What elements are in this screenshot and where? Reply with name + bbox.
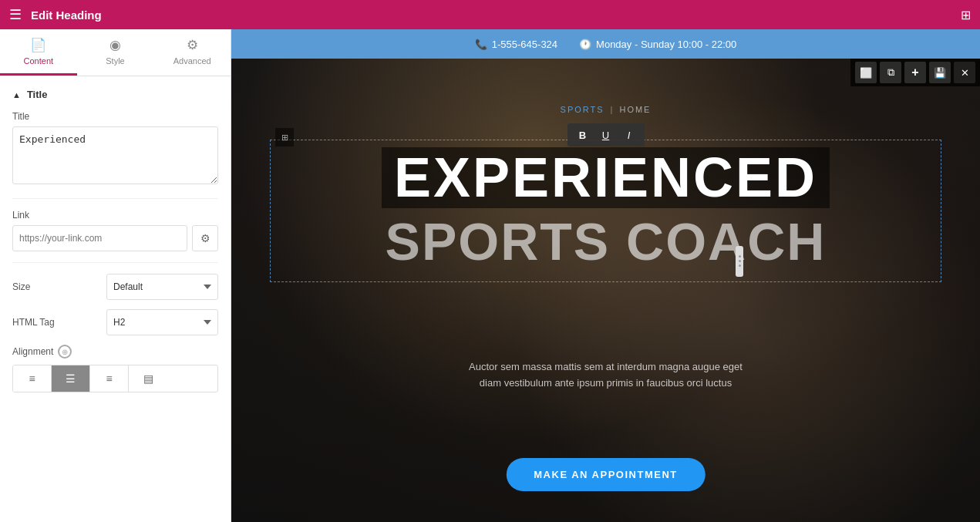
section-arrow-icon: ▲ bbox=[12, 90, 21, 99]
phone-number: 1-555-645-324 bbox=[492, 39, 557, 50]
html-tag-field-group: HTML Tag H1 H2 H3 H4 H5 H6 div span p bbox=[12, 309, 218, 335]
heading-selection-box bbox=[270, 140, 941, 282]
title-label: Title bbox=[12, 111, 218, 122]
link-field-group: Link ⚙ bbox=[12, 210, 218, 251]
breadcrumb-home: HOME bbox=[619, 105, 651, 114]
link-row: ⚙ bbox=[12, 225, 218, 251]
alignment-options: ≡ ☰ ≡ ▤ bbox=[12, 365, 218, 392]
italic-button[interactable]: I bbox=[618, 126, 640, 144]
html-tag-select[interactable]: H1 H2 H3 H4 H5 H6 div span p bbox=[106, 309, 218, 335]
panel-resize-handle[interactable] bbox=[736, 246, 743, 277]
underline-button[interactable]: U bbox=[595, 126, 617, 144]
element-save-button[interactable]: 💾 bbox=[929, 62, 951, 83]
section-header-title: ▲ Title bbox=[12, 89, 218, 100]
tab-content-label: Content bbox=[24, 56, 54, 66]
html-tag-row: HTML Tag H1 H2 H3 H4 H5 H6 div span p bbox=[12, 309, 218, 335]
section-header-label: Title bbox=[27, 89, 48, 100]
alignment-label: Alignment bbox=[12, 346, 53, 357]
align-center-icon: ☰ bbox=[66, 372, 76, 385]
advanced-icon: ⚙ bbox=[187, 37, 198, 53]
alignment-group: Alignment ⊕ ≡ ☰ ≡ ▤ bbox=[12, 345, 218, 392]
hours-info: 🕐 Monday - Sunday 10:00 - 22:00 bbox=[579, 39, 736, 50]
hamburger-icon[interactable]: ☰ bbox=[9, 6, 22, 23]
clock-icon: 🕐 bbox=[579, 39, 591, 50]
align-right-icon: ≡ bbox=[106, 372, 112, 385]
sub-text: Auctor sem massa mattis sem at interdum … bbox=[460, 359, 753, 392]
underline-icon: U bbox=[602, 130, 609, 141]
size-row: Size Default Small Medium Large XL bbox=[12, 274, 218, 300]
tab-advanced[interactable]: ⚙ Advanced bbox=[153, 29, 231, 76]
link-input[interactable] bbox=[12, 225, 187, 251]
bold-button[interactable]: B bbox=[572, 126, 594, 144]
breadcrumb: SPORTS | HOME bbox=[561, 105, 652, 114]
link-label: Link bbox=[12, 210, 218, 221]
element-add-button[interactable]: + bbox=[904, 62, 926, 83]
gear-icon: ⚙ bbox=[200, 232, 210, 244]
grid-icon[interactable]: ⊞ bbox=[961, 8, 971, 22]
element-toolbar: ⬜ ⧉ + 💾 ✕ bbox=[850, 59, 980, 86]
phone-icon: 📞 bbox=[475, 39, 487, 50]
align-left-icon: ≡ bbox=[29, 372, 35, 385]
cta-button[interactable]: MAKE AN APPOINTMENT bbox=[506, 458, 705, 491]
tab-style[interactable]: ◉ Style bbox=[77, 29, 154, 76]
top-bar-title: Edit Heading bbox=[31, 8, 102, 22]
canvas[interactable]: SPORTS | HOME B U I ⊞ bbox=[231, 59, 980, 522]
align-right-button[interactable]: ≡ bbox=[90, 365, 129, 392]
info-bar: 📞 1-555-645-324 🕐 Monday - Sunday 10:00 … bbox=[231, 29, 980, 59]
align-left-button[interactable]: ≡ bbox=[13, 365, 52, 392]
resize-dot-2 bbox=[739, 260, 741, 262]
phone-info: 📞 1-555-645-324 bbox=[475, 39, 557, 50]
resize-dot-1 bbox=[739, 255, 741, 258]
tab-content[interactable]: 📄 Content bbox=[0, 29, 77, 76]
title-field-group: Title Experienced bbox=[12, 111, 218, 187]
alignment-circle-icon: ⊕ bbox=[58, 345, 72, 359]
breadcrumb-sports: SPORTS bbox=[561, 105, 605, 114]
link-settings-button[interactable]: ⚙ bbox=[192, 225, 218, 251]
tab-style-label: Style bbox=[106, 56, 124, 66]
size-select[interactable]: Default Small Medium Large XL bbox=[106, 274, 218, 300]
tab-advanced-label: Advanced bbox=[173, 56, 211, 66]
title-textarea[interactable]: Experienced bbox=[12, 126, 218, 184]
alignment-label-row: Alignment ⊕ bbox=[12, 345, 218, 359]
element-handle-icon[interactable]: ⊞ bbox=[275, 128, 294, 146]
panel-content: ▲ Title Title Experienced Link ⚙ bbox=[0, 76, 231, 522]
bold-icon: B bbox=[579, 130, 586, 141]
align-justify-button[interactable]: ▤ bbox=[129, 365, 167, 392]
align-center-button[interactable]: ☰ bbox=[52, 365, 90, 392]
tabs-container: 📄 Content ◉ Style ⚙ Advanced bbox=[0, 29, 231, 76]
content-icon: 📄 bbox=[30, 37, 46, 53]
hours-text: Monday - Sunday 10:00 - 22:00 bbox=[596, 39, 736, 50]
resize-dot-3 bbox=[739, 264, 741, 267]
divider-1 bbox=[12, 198, 218, 199]
breadcrumb-separator: | bbox=[611, 105, 614, 114]
element-close-button[interactable]: ✕ bbox=[954, 62, 975, 83]
style-icon: ◉ bbox=[109, 37, 121, 53]
element-resize-button[interactable]: ⬜ bbox=[855, 62, 877, 83]
align-justify-icon: ▤ bbox=[143, 372, 153, 385]
left-panel: 📄 Content ◉ Style ⚙ Advanced ▲ Title Tit… bbox=[0, 29, 231, 522]
size-field-group: Size Default Small Medium Large XL bbox=[12, 274, 218, 300]
main-layout: 📄 Content ◉ Style ⚙ Advanced ▲ Title Tit… bbox=[0, 29, 980, 522]
size-label: Size bbox=[12, 281, 30, 292]
top-bar: ☰ Edit Heading ⊞ bbox=[0, 0, 980, 29]
text-format-bar: B U I bbox=[567, 123, 645, 146]
element-copy-button[interactable]: ⧉ bbox=[880, 62, 901, 83]
divider-2 bbox=[12, 262, 218, 263]
html-tag-label: HTML Tag bbox=[12, 317, 55, 328]
preview-area: 📞 1-555-645-324 🕐 Monday - Sunday 10:00 … bbox=[231, 29, 980, 522]
italic-icon: I bbox=[628, 130, 631, 141]
